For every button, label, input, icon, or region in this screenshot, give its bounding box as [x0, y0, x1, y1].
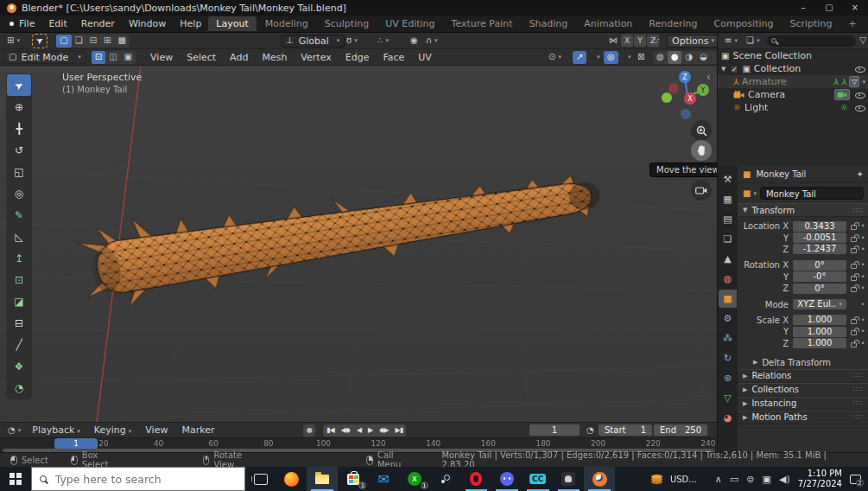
- tool-move[interactable]: ╋: [7, 118, 31, 139]
- vp-menu-vertex[interactable]: Vertex: [294, 52, 338, 63]
- tool-cursor[interactable]: ⊕: [7, 96, 31, 118]
- mode-dropdown[interactable]: ▢ Edit Mode: [3, 51, 86, 64]
- tool-poly-build[interactable]: ❖: [7, 355, 31, 377]
- outliner-search-input[interactable]: [776, 36, 828, 46]
- vp-menu-uv[interactable]: UV: [411, 52, 439, 63]
- select-mode-invert[interactable]: ⊞: [100, 35, 114, 48]
- outliner-display-mode-dropdown[interactable]: ≡: [721, 35, 741, 48]
- camera-view-button[interactable]: [691, 180, 712, 201]
- view-layer-tab-icon[interactable]: ❏: [719, 230, 737, 248]
- editor-type-button[interactable]: ⊞: [3, 35, 23, 48]
- relations-panel[interactable]: ▶Relations∷∷: [738, 369, 868, 383]
- animate-dot-icon[interactable]: •: [860, 222, 865, 230]
- animate-dot-icon[interactable]: •: [860, 316, 865, 324]
- location-z-field[interactable]: -1.2437: [793, 244, 846, 254]
- panel-grip-icon[interactable]: ∷∷: [853, 399, 864, 407]
- animate-dot-icon[interactable]: •: [860, 284, 865, 292]
- vp-menu-face[interactable]: Face: [376, 52, 411, 63]
- jump-to-end-button[interactable]: ▶▮: [392, 426, 407, 434]
- select-mode-subtract[interactable]: ⊟: [86, 35, 100, 48]
- transform-orientation-dropdown[interactable]: ⊥ Global: [281, 35, 345, 48]
- overlays-toggle[interactable]: ◎: [604, 51, 618, 64]
- edge-select-button[interactable]: ◫: [105, 51, 120, 64]
- workspace-tab-animation[interactable]: Animation: [576, 16, 640, 31]
- workspace-tab-texture-paint[interactable]: Texture Paint: [444, 16, 521, 31]
- firefox-button[interactable]: [276, 467, 307, 491]
- mirror-x-button[interactable]: X: [621, 35, 633, 47]
- cc-app-button[interactable]: CC: [523, 467, 554, 491]
- outliner-filter-dropdown[interactable]: ❏: [743, 35, 763, 48]
- visibility-dropdown[interactable]: ⊙: [545, 51, 565, 64]
- animate-dot-icon[interactable]: •: [860, 340, 865, 348]
- animate-dot-icon[interactable]: •: [860, 273, 865, 281]
- vertex-select-button[interactable]: ⊡: [92, 51, 105, 64]
- output-tab-icon[interactable]: ▤: [719, 210, 737, 228]
- opera-button[interactable]: [461, 467, 492, 491]
- currency-widget-label[interactable]: USD...: [670, 475, 697, 484]
- workspace-tab-sculpting[interactable]: Sculpting: [317, 16, 377, 31]
- steam-button[interactable]: [430, 467, 461, 491]
- lock-icon[interactable]: [851, 319, 857, 324]
- object-data-tab-icon[interactable]: ▽: [719, 389, 737, 407]
- panel-grip-icon[interactable]: ∷∷: [853, 413, 864, 421]
- filter-funnel-icon[interactable]: ▽: [859, 36, 866, 45]
- select-mode-intersect[interactable]: ▩: [115, 35, 130, 48]
- tool-bevel[interactable]: ◪: [7, 290, 31, 312]
- delta-transform-panel[interactable]: ▶Delta Transform: [738, 356, 868, 369]
- shading-material-button[interactable]: ◑: [681, 51, 696, 64]
- menu-help[interactable]: Help: [173, 18, 208, 29]
- jump-to-start-button[interactable]: ▮◀: [323, 426, 338, 434]
- world-tab-icon[interactable]: ◍: [719, 270, 737, 288]
- outliner-row-scene-collection[interactable]: ▣ Scene Collection: [718, 49, 868, 62]
- menu-file[interactable]: File: [12, 18, 41, 29]
- workspace-tab-uv-editing[interactable]: UV Editing: [377, 16, 442, 31]
- lock-icon[interactable]: [851, 276, 857, 281]
- tool-select-box[interactable]: ➤: [7, 74, 31, 96]
- expand-triangle-icon[interactable]: ▼: [721, 66, 725, 73]
- modifiers-tab-icon[interactable]: ⚙: [719, 309, 737, 328]
- snap-with-dropdown[interactable]: ∴: [374, 35, 392, 48]
- pin-icon[interactable]: ✦: [857, 169, 864, 179]
- timeline-view-menu[interactable]: View: [138, 424, 174, 436]
- workspace-tab-scripting[interactable]: Scripting: [782, 16, 839, 31]
- shading-solid-button[interactable]: ●: [668, 51, 682, 64]
- play-button[interactable]: ▶: [364, 426, 376, 434]
- lock-icon[interactable]: [851, 330, 857, 335]
- xray-toggle[interactable]: ⊠: [634, 51, 648, 64]
- render-tab-icon[interactable]: ▦: [719, 190, 737, 208]
- transform-panel-header[interactable]: ▼Transform ∷∷: [738, 203, 868, 217]
- hide-eye-icon[interactable]: [855, 65, 865, 73]
- panel-grip-icon[interactable]: ∷∷: [853, 386, 864, 393]
- rotation-y-field[interactable]: -0°: [793, 271, 846, 282]
- rotation-mode-dropdown[interactable]: XYZ Eul..: [793, 299, 846, 309]
- outliner-row-collection[interactable]: ▼ ✓ ▣ Collection: [718, 62, 868, 75]
- lock-icon[interactable]: [851, 264, 857, 269]
- object-id-icon[interactable]: ■: [743, 189, 751, 198]
- playback-menu[interactable]: Playback: [25, 424, 87, 436]
- timeline-ruler[interactable]: 204060 80100120 140160180 200220240 1: [0, 437, 717, 449]
- play-reverse-button[interactable]: ◀: [353, 426, 364, 434]
- tool-measure[interactable]: ◺: [7, 226, 31, 247]
- vp-menu-select[interactable]: Select: [180, 52, 223, 63]
- motion-paths-panel[interactable]: ▶Motion Paths∷∷: [738, 411, 868, 424]
- file-explorer-button[interactable]: [307, 467, 338, 491]
- notification-center-button[interactable]: 2: [850, 475, 861, 484]
- camera-data-button[interactable]: [834, 89, 850, 100]
- overlays-dropdown[interactable]: [622, 51, 635, 64]
- maximize-button[interactable]: ▢: [816, 0, 842, 16]
- tool-tab-icon[interactable]: ⚒: [719, 170, 737, 188]
- outliner-row-camera[interactable]: Camera: [718, 88, 868, 101]
- armature-selected-data-button[interactable]: ▽: [849, 76, 859, 87]
- lock-icon[interactable]: [851, 248, 857, 253]
- tool-knife[interactable]: ╱: [7, 334, 31, 355]
- xbox-button[interactable]: x1: [399, 467, 430, 491]
- mail-button[interactable]: ✉: [368, 467, 399, 491]
- active-tool-button[interactable]: ➤: [33, 35, 47, 48]
- end-frame-field[interactable]: End250: [654, 424, 707, 436]
- workspace-tab-modeling[interactable]: Modeling: [257, 16, 316, 31]
- taskbar-search[interactable]: [31, 467, 245, 491]
- outliner-row-light[interactable]: ☼ Light ☼: [718, 101, 868, 114]
- minimize-button[interactable]: –: [790, 0, 816, 16]
- object-name-field[interactable]: Monkey Tail: [760, 187, 864, 200]
- add-workspace-button[interactable]: +: [840, 16, 864, 31]
